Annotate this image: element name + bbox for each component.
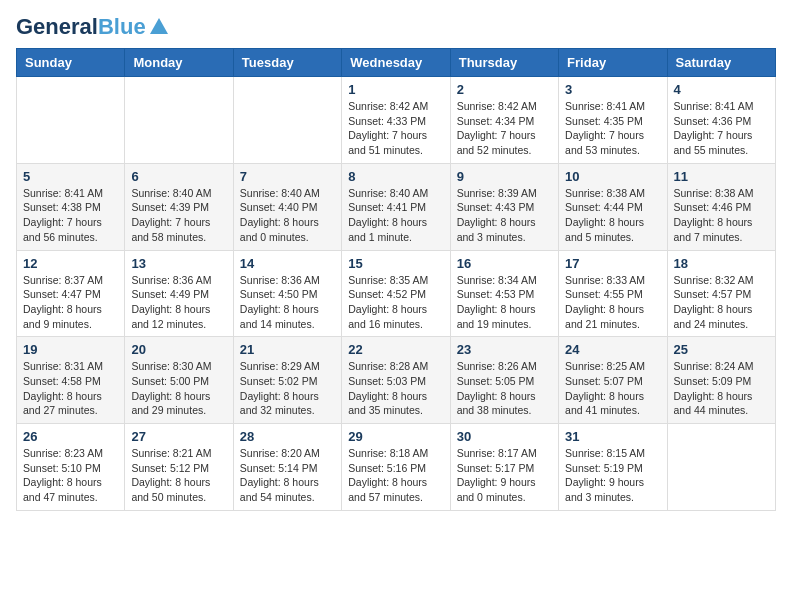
day-cell-22: 22Sunrise: 8:28 AM Sunset: 5:03 PM Dayli… [342,337,450,424]
day-info: Sunrise: 8:35 AM Sunset: 4:52 PM Dayligh… [348,273,443,332]
day-cell-7: 7Sunrise: 8:40 AM Sunset: 4:40 PM Daylig… [233,163,341,250]
day-info: Sunrise: 8:40 AM Sunset: 4:41 PM Dayligh… [348,186,443,245]
week-row-4: 19Sunrise: 8:31 AM Sunset: 4:58 PM Dayli… [17,337,776,424]
day-header-thursday: Thursday [450,49,558,77]
day-info: Sunrise: 8:41 AM Sunset: 4:36 PM Dayligh… [674,99,769,158]
day-number: 20 [131,342,226,357]
day-info: Sunrise: 8:40 AM Sunset: 4:40 PM Dayligh… [240,186,335,245]
page-header: GeneralBlue [16,16,776,38]
day-number: 17 [565,256,660,271]
day-info: Sunrise: 8:29 AM Sunset: 5:02 PM Dayligh… [240,359,335,418]
day-number: 30 [457,429,552,444]
day-info: Sunrise: 8:31 AM Sunset: 4:58 PM Dayligh… [23,359,118,418]
day-cell-31: 31Sunrise: 8:15 AM Sunset: 5:19 PM Dayli… [559,424,667,511]
day-cell-27: 27Sunrise: 8:21 AM Sunset: 5:12 PM Dayli… [125,424,233,511]
empty-cell [17,77,125,164]
day-number: 12 [23,256,118,271]
day-info: Sunrise: 8:26 AM Sunset: 5:05 PM Dayligh… [457,359,552,418]
day-cell-17: 17Sunrise: 8:33 AM Sunset: 4:55 PM Dayli… [559,250,667,337]
calendar-table: SundayMondayTuesdayWednesdayThursdayFrid… [16,48,776,511]
day-number: 7 [240,169,335,184]
day-number: 29 [348,429,443,444]
day-info: Sunrise: 8:41 AM Sunset: 4:35 PM Dayligh… [565,99,660,158]
day-header-wednesday: Wednesday [342,49,450,77]
day-info: Sunrise: 8:18 AM Sunset: 5:16 PM Dayligh… [348,446,443,505]
day-info: Sunrise: 8:17 AM Sunset: 5:17 PM Dayligh… [457,446,552,505]
logo-text: GeneralBlue [16,16,146,38]
day-number: 23 [457,342,552,357]
day-cell-28: 28Sunrise: 8:20 AM Sunset: 5:14 PM Dayli… [233,424,341,511]
day-number: 15 [348,256,443,271]
week-row-3: 12Sunrise: 8:37 AM Sunset: 4:47 PM Dayli… [17,250,776,337]
day-cell-8: 8Sunrise: 8:40 AM Sunset: 4:41 PM Daylig… [342,163,450,250]
day-info: Sunrise: 8:42 AM Sunset: 4:34 PM Dayligh… [457,99,552,158]
day-header-sunday: Sunday [17,49,125,77]
day-info: Sunrise: 8:34 AM Sunset: 4:53 PM Dayligh… [457,273,552,332]
day-info: Sunrise: 8:28 AM Sunset: 5:03 PM Dayligh… [348,359,443,418]
day-number: 1 [348,82,443,97]
day-number: 25 [674,342,769,357]
day-cell-15: 15Sunrise: 8:35 AM Sunset: 4:52 PM Dayli… [342,250,450,337]
day-cell-14: 14Sunrise: 8:36 AM Sunset: 4:50 PM Dayli… [233,250,341,337]
day-info: Sunrise: 8:20 AM Sunset: 5:14 PM Dayligh… [240,446,335,505]
empty-cell [125,77,233,164]
day-cell-12: 12Sunrise: 8:37 AM Sunset: 4:47 PM Dayli… [17,250,125,337]
day-number: 26 [23,429,118,444]
day-number: 18 [674,256,769,271]
logo-icon [148,16,170,38]
day-number: 27 [131,429,226,444]
day-cell-5: 5Sunrise: 8:41 AM Sunset: 4:38 PM Daylig… [17,163,125,250]
day-cell-13: 13Sunrise: 8:36 AM Sunset: 4:49 PM Dayli… [125,250,233,337]
day-cell-16: 16Sunrise: 8:34 AM Sunset: 4:53 PM Dayli… [450,250,558,337]
day-header-friday: Friday [559,49,667,77]
day-number: 5 [23,169,118,184]
day-info: Sunrise: 8:42 AM Sunset: 4:33 PM Dayligh… [348,99,443,158]
day-cell-20: 20Sunrise: 8:30 AM Sunset: 5:00 PM Dayli… [125,337,233,424]
day-header-tuesday: Tuesday [233,49,341,77]
day-number: 11 [674,169,769,184]
logo-blue: Blue [98,14,146,39]
day-cell-30: 30Sunrise: 8:17 AM Sunset: 5:17 PM Dayli… [450,424,558,511]
day-number: 6 [131,169,226,184]
day-cell-2: 2Sunrise: 8:42 AM Sunset: 4:34 PM Daylig… [450,77,558,164]
day-number: 4 [674,82,769,97]
logo: GeneralBlue [16,16,170,38]
day-info: Sunrise: 8:41 AM Sunset: 4:38 PM Dayligh… [23,186,118,245]
day-cell-1: 1Sunrise: 8:42 AM Sunset: 4:33 PM Daylig… [342,77,450,164]
day-info: Sunrise: 8:24 AM Sunset: 5:09 PM Dayligh… [674,359,769,418]
day-cell-23: 23Sunrise: 8:26 AM Sunset: 5:05 PM Dayli… [450,337,558,424]
day-info: Sunrise: 8:40 AM Sunset: 4:39 PM Dayligh… [131,186,226,245]
day-number: 24 [565,342,660,357]
day-cell-9: 9Sunrise: 8:39 AM Sunset: 4:43 PM Daylig… [450,163,558,250]
day-cell-6: 6Sunrise: 8:40 AM Sunset: 4:39 PM Daylig… [125,163,233,250]
empty-cell [667,424,775,511]
day-cell-19: 19Sunrise: 8:31 AM Sunset: 4:58 PM Dayli… [17,337,125,424]
day-number: 28 [240,429,335,444]
day-info: Sunrise: 8:23 AM Sunset: 5:10 PM Dayligh… [23,446,118,505]
day-number: 2 [457,82,552,97]
day-number: 9 [457,169,552,184]
day-cell-26: 26Sunrise: 8:23 AM Sunset: 5:10 PM Dayli… [17,424,125,511]
week-row-1: 1Sunrise: 8:42 AM Sunset: 4:33 PM Daylig… [17,77,776,164]
week-row-2: 5Sunrise: 8:41 AM Sunset: 4:38 PM Daylig… [17,163,776,250]
day-number: 13 [131,256,226,271]
day-info: Sunrise: 8:15 AM Sunset: 5:19 PM Dayligh… [565,446,660,505]
day-info: Sunrise: 8:39 AM Sunset: 4:43 PM Dayligh… [457,186,552,245]
week-row-5: 26Sunrise: 8:23 AM Sunset: 5:10 PM Dayli… [17,424,776,511]
day-info: Sunrise: 8:25 AM Sunset: 5:07 PM Dayligh… [565,359,660,418]
day-info: Sunrise: 8:36 AM Sunset: 4:49 PM Dayligh… [131,273,226,332]
day-info: Sunrise: 8:32 AM Sunset: 4:57 PM Dayligh… [674,273,769,332]
day-number: 22 [348,342,443,357]
day-cell-21: 21Sunrise: 8:29 AM Sunset: 5:02 PM Dayli… [233,337,341,424]
day-info: Sunrise: 8:33 AM Sunset: 4:55 PM Dayligh… [565,273,660,332]
day-cell-4: 4Sunrise: 8:41 AM Sunset: 4:36 PM Daylig… [667,77,775,164]
day-number: 8 [348,169,443,184]
day-cell-29: 29Sunrise: 8:18 AM Sunset: 5:16 PM Dayli… [342,424,450,511]
calendar-header-row: SundayMondayTuesdayWednesdayThursdayFrid… [17,49,776,77]
day-number: 31 [565,429,660,444]
day-number: 10 [565,169,660,184]
day-cell-25: 25Sunrise: 8:24 AM Sunset: 5:09 PM Dayli… [667,337,775,424]
day-info: Sunrise: 8:30 AM Sunset: 5:00 PM Dayligh… [131,359,226,418]
day-cell-10: 10Sunrise: 8:38 AM Sunset: 4:44 PM Dayli… [559,163,667,250]
day-info: Sunrise: 8:38 AM Sunset: 4:46 PM Dayligh… [674,186,769,245]
